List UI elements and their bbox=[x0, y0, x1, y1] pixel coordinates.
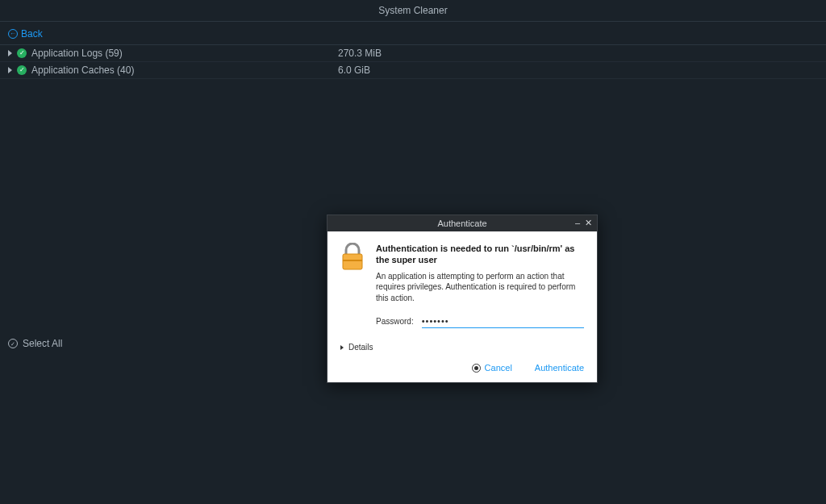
details-label: Details bbox=[348, 343, 373, 352]
password-input[interactable] bbox=[422, 314, 584, 328]
cancel-icon bbox=[472, 364, 481, 373]
auth-dialog: Authenticate – ✕ Authentication is neede… bbox=[327, 215, 598, 383]
check-icon[interactable]: ✓ bbox=[17, 48, 27, 58]
details-toggle[interactable]: Details bbox=[340, 343, 584, 352]
authenticate-button[interactable]: Authenticate bbox=[535, 363, 584, 373]
cancel-label: Cancel bbox=[485, 363, 512, 373]
dialog-body: Authentication is needed to run `/usr/bi… bbox=[327, 231, 597, 382]
minimize-icon[interactable]: – bbox=[575, 218, 580, 228]
list-item[interactable]: ✓ Application Caches (40) 6.0 GiB bbox=[0, 62, 826, 79]
dialog-titlebar[interactable]: Authenticate – ✕ bbox=[327, 215, 597, 231]
lock-icon bbox=[340, 243, 365, 328]
dialog-heading: Authentication is needed to run `/usr/bi… bbox=[376, 243, 584, 266]
toolbar: ← Back bbox=[0, 22, 826, 45]
window-title: System Cleaner bbox=[0, 0, 826, 22]
cancel-button[interactable]: Cancel bbox=[472, 363, 512, 373]
list-item-label: Application Caches (40) bbox=[31, 65, 338, 76]
svg-rect-0 bbox=[343, 254, 362, 269]
list-item-label: Application Logs (59) bbox=[31, 48, 338, 59]
back-label: Back bbox=[21, 28, 43, 40]
list-item-size: 270.3 MiB bbox=[338, 48, 818, 59]
chevron-right-icon bbox=[340, 345, 344, 350]
svg-rect-1 bbox=[343, 260, 362, 261]
chevron-right-icon bbox=[8, 67, 12, 73]
check-outline-icon: ✓ bbox=[8, 339, 18, 348]
list-item[interactable]: ✓ Application Logs (59) 270.3 MiB bbox=[0, 45, 826, 62]
select-all-label: Select All bbox=[23, 338, 62, 349]
chevron-right-icon bbox=[8, 50, 12, 56]
dialog-description: An application is attempting to perform … bbox=[376, 271, 584, 304]
back-arrow-icon: ← bbox=[8, 29, 18, 39]
dialog-title: Authenticate bbox=[437, 219, 486, 228]
check-icon[interactable]: ✓ bbox=[17, 65, 27, 75]
list-item-size: 6.0 GiB bbox=[338, 65, 818, 76]
select-all-button[interactable]: ✓ Select All bbox=[8, 338, 62, 349]
content-list: ✓ Application Logs (59) 270.3 MiB ✓ Appl… bbox=[0, 45, 826, 79]
password-label: Password: bbox=[376, 317, 414, 326]
close-icon[interactable]: ✕ bbox=[585, 218, 592, 228]
back-button[interactable]: ← Back bbox=[8, 28, 43, 40]
